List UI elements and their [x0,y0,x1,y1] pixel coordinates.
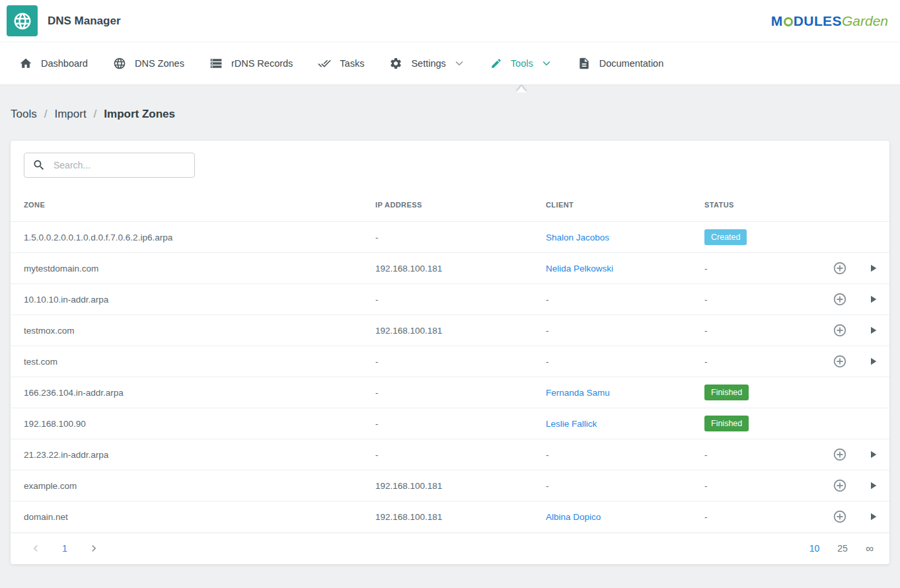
status-badge: - [704,357,708,367]
zone-cell: test.com [11,346,362,377]
run-action-cell [856,346,889,377]
ip-cell: 192.168.100.181 [362,470,533,501]
zone-cell: 1.5.0.0.2.0.0.1.0.d.0.f.7.0.6.2.ip6.arpa [11,222,362,253]
globe-ring-icon [784,17,793,26]
run-action-cell [856,439,889,470]
add-action-cell [823,284,856,315]
chevron-down-icon [541,57,552,69]
status-cell: - [691,346,823,377]
nav-item-documentation[interactable]: Documentation [565,42,677,85]
nav-item-tasks[interactable]: Tasks [305,42,377,85]
pencil-icon [490,57,502,69]
add-action-cell [823,253,856,284]
run-import-button[interactable] [864,352,882,371]
nav-item-dashboard[interactable]: Dashboard [7,42,100,85]
client-link: - [546,450,549,460]
add-action-cell [823,439,856,470]
client-link[interactable]: Shalon Jacobos [546,233,609,242]
add-action-cell [823,315,856,346]
next-page-button[interactable] [85,539,103,558]
breadcrumb: Tools / Import / Import Zones [0,85,900,121]
client-cell: Albina Dopico [533,501,691,533]
client-cell: Shalon Jacobos [533,222,691,253]
status-badge: Finished [704,416,749,432]
search-input[interactable] [52,159,186,171]
table-row: 21.23.22.in-addr.arpa - - - [11,439,889,470]
nav-label-tasks: Tasks [340,58,364,69]
add-action-cell [823,222,856,253]
zones-table: ZONE IP ADDRESS CLIENT STATUS 1.5.0.0.2.… [11,180,889,533]
nav-item-tools[interactable]: Tools [478,42,565,85]
run-import-button[interactable] [864,445,882,464]
client-link[interactable]: Albina Dopico [546,512,601,522]
brand-text-dules: DULES [794,13,842,29]
prev-page-button[interactable] [26,539,45,558]
nav-label-dns-zones: DNS Zones [135,58,184,69]
page-size-10[interactable]: 10 [809,543,820,554]
run-import-button[interactable] [864,321,882,340]
status-cell: - [691,315,823,346]
ip-cell: - [362,408,533,439]
add-record-button[interactable] [831,445,849,464]
add-record-button[interactable] [831,476,849,495]
breadcrumb-import[interactable]: Import [54,108,86,121]
search-icon [32,159,46,172]
breadcrumb-separator: / [94,108,97,121]
pagination: 1 10 25 ∞ [11,533,889,564]
nav-label-settings: Settings [411,58,445,69]
nav-item-dns-zones[interactable]: DNS Zones [100,42,197,85]
status-cell: Created [691,222,823,253]
zone-cell: mytestdomain.com [11,253,362,284]
page-controls: 1 [26,539,103,558]
client-cell: - [533,315,691,346]
column-action-run [856,180,889,222]
status-cell: Finished [691,408,823,439]
page-size-25[interactable]: 25 [837,543,848,554]
add-record-button[interactable] [831,352,849,371]
run-import-button[interactable] [864,507,882,526]
client-link[interactable]: Fernanda Samu [546,388,610,398]
table-row: 192.168.100.90 - Leslie Fallick Finished [11,408,889,439]
nav-item-settings[interactable]: Settings [377,42,477,85]
table-row: mytestdomain.com 192.168.100.181 Nelida … [11,253,889,284]
column-ip: IP ADDRESS [362,180,533,222]
breadcrumb-tools[interactable]: Tools [11,108,37,121]
add-action-cell [823,501,856,533]
modulesgarden-logo: M DULES Garden [771,13,889,29]
table-row: domain.net 192.168.100.181 Albina Dopico… [11,501,889,533]
nav-label-dashboard: Dashboard [41,58,88,69]
page-size-all[interactable]: ∞ [866,543,874,554]
add-record-button[interactable] [831,321,849,340]
zone-cell: example.com [11,470,362,501]
table-header-row: ZONE IP ADDRESS CLIENT STATUS [11,180,889,222]
add-action-cell [823,470,856,501]
run-action-cell [856,408,889,439]
status-cell: Finished [691,377,823,408]
search-box [24,153,195,178]
run-import-button[interactable] [864,290,882,309]
nav-item-rdns-records[interactable]: rDNS Records [197,42,305,85]
gear-icon [389,57,402,70]
app-header: DNS Manager M DULES Garden [0,0,900,42]
zone-cell: 192.168.100.90 [11,408,362,439]
run-import-button[interactable] [864,259,882,277]
ip-cell: - [362,377,533,408]
add-record-button[interactable] [831,259,849,277]
run-import-button[interactable] [864,476,882,495]
page-size-controls: 10 25 ∞ [809,543,874,554]
page-number[interactable]: 1 [62,543,67,554]
table-row: example.com 192.168.100.181 - - [11,470,889,501]
import-zones-card: ZONE IP ADDRESS CLIENT STATUS 1.5.0.0.2.… [11,141,889,564]
add-record-button[interactable] [831,290,849,309]
ip-cell: 192.168.100.181 [362,501,533,533]
zone-cell: domain.net [11,501,362,533]
add-record-button[interactable] [831,507,849,526]
client-cell: Leslie Fallick [533,408,691,439]
status-cell: - [691,501,823,533]
run-action-cell [856,284,889,315]
add-action-cell [823,377,856,408]
run-action-cell [856,315,889,346]
client-link[interactable]: Leslie Fallick [546,419,597,429]
client-link[interactable]: Nelida Pelkowski [546,264,613,274]
run-action-cell [856,253,889,284]
